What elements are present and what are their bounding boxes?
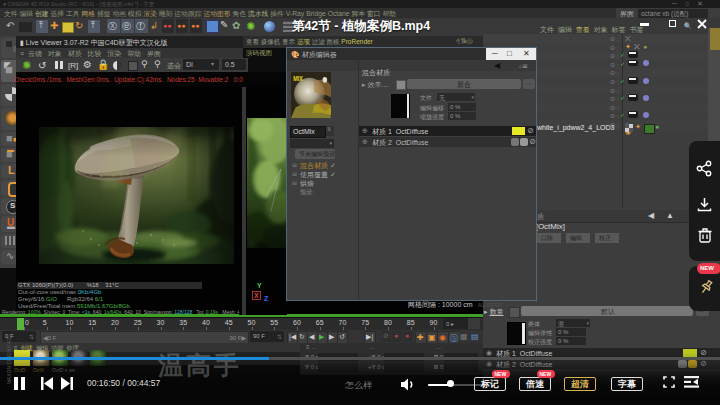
svg-text:MIX: MIX xyxy=(293,74,303,82)
